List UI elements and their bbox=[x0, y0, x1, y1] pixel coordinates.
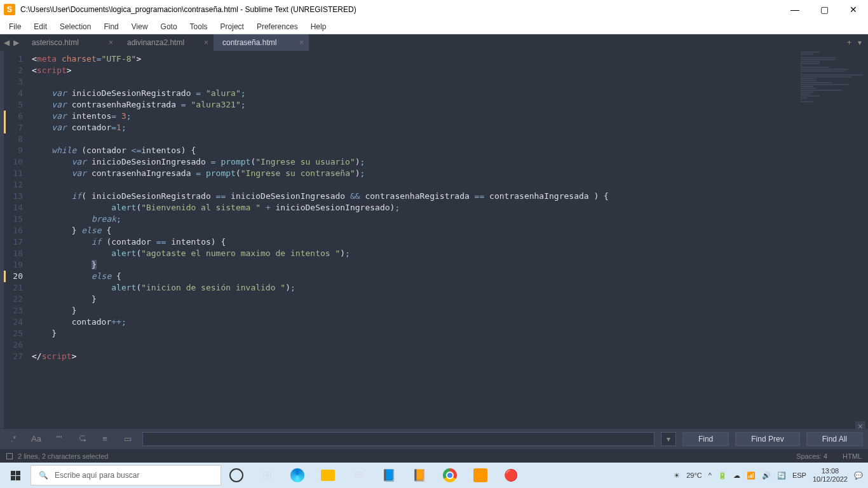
tab-label: adivinanza2.html bbox=[127, 38, 184, 47]
chrome-icon[interactable] bbox=[435, 463, 465, 488]
powerpoint-icon[interactable]: 📙 bbox=[404, 463, 435, 488]
tab-menu-icon[interactable]: ▾ bbox=[858, 38, 862, 47]
notifications-icon[interactable]: 💬 bbox=[854, 471, 863, 480]
panel-toggle-icon[interactable] bbox=[6, 453, 13, 459]
search-icon: 🔍 bbox=[39, 471, 48, 480]
menu-goto[interactable]: Goto bbox=[154, 21, 184, 32]
tray-battery-icon[interactable]: 🔋 bbox=[718, 471, 727, 480]
line-gutter: 1234567891011121314151617181920212223242… bbox=[4, 51, 32, 428]
close-icon[interactable]: × bbox=[204, 38, 208, 47]
indent-status[interactable]: Spaces: 4 bbox=[796, 452, 827, 460]
close-icon[interactable]: × bbox=[299, 38, 304, 47]
tray-sync-icon[interactable]: 🔄 bbox=[777, 471, 786, 480]
edge-icon[interactable] bbox=[282, 463, 313, 488]
window-title: C:\Users\User\Documents\logica_programac… bbox=[20, 5, 780, 14]
find-highlight-option[interactable]: ▭ bbox=[119, 434, 136, 444]
taskbar: 🔍 Escribe aquí para buscar ⊞ ✉ 📘 📙 🔴 ☀ 2… bbox=[0, 463, 868, 488]
menu-find[interactable]: Find bbox=[97, 21, 125, 32]
taskbar-search[interactable]: 🔍 Escribe aquí para buscar bbox=[31, 465, 221, 485]
new-tab-icon[interactable]: + bbox=[847, 38, 851, 47]
find-input[interactable] bbox=[142, 432, 654, 446]
tray-onedrive-icon[interactable]: ☁ bbox=[733, 471, 740, 480]
find-button[interactable]: Find bbox=[682, 432, 729, 446]
find-selection-option[interactable]: ≡ bbox=[97, 434, 113, 444]
clock-date: 10/12/2022 bbox=[813, 475, 848, 484]
tab-strip: ◀ ▶ asterisco.html × adivinanza2.html × … bbox=[0, 34, 868, 51]
menu-tools[interactable]: Tools bbox=[184, 21, 214, 32]
selection-status: 2 lines, 2 characters selected bbox=[18, 452, 108, 460]
menu-help[interactable]: Help bbox=[304, 21, 333, 32]
explorer-icon[interactable] bbox=[313, 463, 343, 488]
clock[interactable]: 13:08 10/12/2022 bbox=[813, 467, 848, 484]
mail-icon[interactable]: ✉ bbox=[343, 463, 374, 488]
tab-label: asterisco.html bbox=[32, 38, 79, 47]
weather-temp[interactable]: 29°C bbox=[686, 471, 702, 479]
maximize-button[interactable]: ▢ bbox=[810, 0, 839, 19]
find-all-button[interactable]: Find All bbox=[806, 432, 863, 446]
find-word-option[interactable]: "" bbox=[51, 434, 67, 444]
tab-contrasena[interactable]: contraseña.html × bbox=[214, 34, 309, 51]
close-button[interactable]: ✕ bbox=[839, 0, 868, 19]
editor[interactable]: 1234567891011121314151617181920212223242… bbox=[0, 51, 868, 428]
find-bar: × .* Aa "" ⮎ ≡ ▭ ▾ Find Find Prev Find A… bbox=[0, 428, 868, 449]
app-icon[interactable]: 🔴 bbox=[496, 463, 526, 488]
menu-file[interactable]: File bbox=[3, 21, 27, 32]
find-close-icon[interactable]: × bbox=[855, 421, 865, 431]
menu-project[interactable]: Project bbox=[214, 21, 250, 32]
syntax-status[interactable]: HTML bbox=[843, 452, 862, 460]
status-bar: 2 lines, 2 characters selected Spaces: 4… bbox=[0, 449, 868, 463]
search-placeholder: Escribe aquí para buscar bbox=[55, 471, 139, 480]
word-icon[interactable]: 📘 bbox=[374, 463, 404, 488]
find-wrap-option[interactable]: ⮎ bbox=[74, 434, 90, 444]
sublime-icon[interactable] bbox=[465, 463, 496, 488]
start-button[interactable] bbox=[0, 463, 31, 488]
tab-back-icon[interactable]: ◀ bbox=[4, 38, 10, 47]
tab-forward-icon[interactable]: ▶ bbox=[13, 38, 19, 47]
language-indicator[interactable]: ESP bbox=[792, 471, 806, 479]
tray-wifi-icon[interactable]: 📶 bbox=[747, 471, 756, 480]
menu-selection[interactable]: Selection bbox=[53, 21, 97, 32]
menu-preferences[interactable]: Preferences bbox=[250, 21, 304, 32]
title-bar: S C:\Users\User\Documents\logica_program… bbox=[0, 0, 868, 19]
minimap[interactable] bbox=[798, 51, 868, 428]
tab-label: contraseña.html bbox=[222, 38, 276, 47]
code-area[interactable]: <meta charset="UTF-8"><script> var inici… bbox=[32, 51, 868, 428]
menu-bar: File Edit Selection Find View Goto Tools… bbox=[0, 19, 868, 34]
menu-view[interactable]: View bbox=[125, 21, 154, 32]
windows-logo-icon bbox=[11, 471, 20, 480]
tray-volume-icon[interactable]: 🔊 bbox=[762, 471, 771, 480]
find-case-option[interactable]: Aa bbox=[28, 434, 44, 444]
menu-edit[interactable]: Edit bbox=[27, 21, 53, 32]
find-prev-button[interactable]: Find Prev bbox=[735, 432, 799, 446]
find-regex-option[interactable]: .* bbox=[5, 434, 22, 444]
tray-chevron-icon[interactable]: ^ bbox=[709, 471, 712, 479]
task-view-icon[interactable]: ⊞ bbox=[252, 463, 282, 488]
minimize-button[interactable]: — bbox=[780, 0, 810, 19]
close-icon[interactable]: × bbox=[109, 38, 113, 47]
clock-time: 13:08 bbox=[813, 467, 848, 475]
find-history-dropdown[interactable]: ▾ bbox=[661, 432, 676, 446]
weather-icon[interactable]: ☀ bbox=[674, 471, 680, 480]
app-icon: S bbox=[4, 4, 15, 15]
cortana-icon[interactable] bbox=[221, 463, 252, 488]
tab-asterisco[interactable]: asterisco.html × bbox=[23, 34, 118, 51]
tab-adivinanza[interactable]: adivinanza2.html × bbox=[118, 34, 214, 51]
